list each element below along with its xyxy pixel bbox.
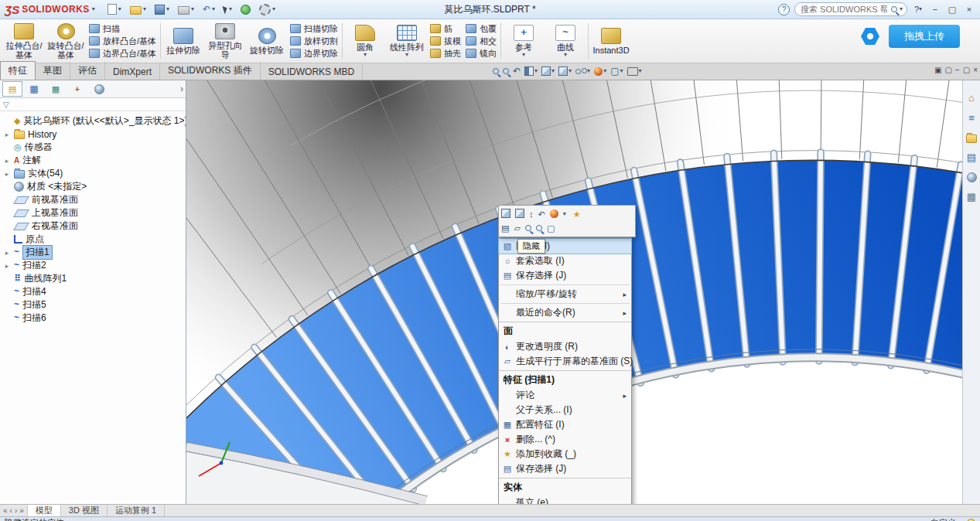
rebuild-button[interactable] (239, 4, 252, 15)
display-style-button[interactable]: ▾ (558, 66, 572, 76)
fillet-button[interactable]: 圆角 ▾ (344, 20, 386, 62)
tab-evaluate[interactable]: 评估 (70, 62, 105, 80)
shell-button[interactable]: 抽壳 (430, 48, 461, 60)
apply-scene-button[interactable]: ▢▾ (610, 66, 623, 77)
pan-view-icon[interactable]: ↕ (529, 209, 534, 219)
previous-tab-button[interactable]: ‹ (10, 506, 12, 515)
edit-sketch-icon[interactable]: ▱ (514, 223, 520, 233)
display-manager-tab[interactable] (89, 81, 109, 97)
expand-arrow-icon[interactable]: ▸ (3, 131, 11, 138)
tree-item-sweep1[interactable]: ▸ ~ 扫描1 (2, 246, 184, 259)
tree-item-front-plane[interactable]: 前视基准面 (2, 193, 184, 206)
next-tab-button[interactable]: › (15, 506, 17, 515)
tree-item-sensors[interactable]: ◎ 传感器 (2, 141, 184, 154)
display-style-icon[interactable] (501, 209, 510, 220)
view-orientation-button[interactable]: ▾ (541, 66, 555, 76)
tab-3d-views[interactable]: 3D 视图 (61, 505, 108, 516)
menu-item-comment[interactable]: 评论 ▸ (499, 388, 631, 403)
favorites-icon[interactable]: ★ (571, 209, 583, 220)
dimxpert-manager-tab[interactable]: + (67, 81, 87, 97)
print-button[interactable]: ▾ (176, 3, 196, 15)
undo-view-icon[interactable]: ↶ (538, 209, 545, 220)
minimize-button[interactable]: − (929, 4, 941, 15)
extruded-boss-button[interactable]: 拉伸凸台/基体 (3, 20, 45, 62)
tree-item-curve-pattern1[interactable]: ⠿ 曲线阵列1 (2, 272, 184, 285)
boundary-cut-button[interactable]: 边界切除 (290, 48, 338, 60)
tree-item-annotations[interactable]: ▸ A 注解 (2, 154, 184, 167)
doc-minimize-button[interactable]: − (955, 66, 960, 74)
revolved-boss-button[interactable]: 旋转凸台/基体 (45, 20, 87, 62)
graphics-area[interactable]: ↕ ↶ ▾ ★ ▤ ▱ ▢ ▧ 隐藏 (H) ○ 套索选取 (I) (186, 80, 980, 504)
menu-item-delete[interactable]: × 删除... (^) (499, 432, 631, 447)
view-orientation-icon[interactable] (515, 209, 524, 220)
lofted-cut-button[interactable]: 放样切割 (290, 36, 338, 47)
menu-item-lasso-select[interactable]: ○ 套索选取 (I) (499, 254, 631, 268)
tree-item-sweep5[interactable]: ~ 扫描5 (2, 298, 184, 312)
tree-item-history[interactable]: ▸ History (2, 128, 184, 141)
tree-item-origin[interactable]: 原点 (2, 233, 184, 246)
menu-item-parent-child[interactable]: 父子关系... (I) (499, 403, 631, 417)
caret-icon[interactable]: ▾ (92, 6, 95, 12)
edit-appearance-icon[interactable] (550, 209, 558, 220)
draft-button[interactable]: 拔模 (430, 36, 461, 47)
customize-menu[interactable]: 自定义 (930, 517, 956, 521)
mirror-button[interactable]: 镜向 (466, 48, 497, 60)
view-settings-button[interactable]: ▾ (627, 67, 642, 76)
tab-model[interactable]: 模型 (28, 505, 61, 516)
view-palette-icon[interactable]: ▤ (967, 152, 976, 163)
doc-close-button[interactable]: × (973, 66, 978, 74)
zoom-to-area-button[interactable] (503, 68, 509, 74)
doc-restore-icon[interactable]: ▣ (934, 66, 941, 74)
caret-icon[interactable]: ▾ (900, 6, 903, 12)
linear-pattern-button[interactable]: 线性阵列 ▾ (386, 20, 428, 62)
options-button[interactable]: ▾ (258, 3, 277, 16)
normal-to-icon[interactable]: ▤ (501, 223, 509, 233)
boundary-boss-button[interactable]: 边界凸台/基体 (89, 48, 156, 60)
curves-button[interactable]: ~ 曲线 ▾ (545, 20, 586, 62)
box-selection-icon[interactable]: ▢ (547, 223, 555, 233)
tab-mbd[interactable]: SOLIDWORKS MBD (261, 64, 363, 80)
maximize-button[interactable]: ▢ (946, 4, 958, 15)
select-button[interactable]: ▾ (222, 5, 234, 15)
file-explorer-icon[interactable] (966, 135, 977, 143)
help-search-input[interactable] (799, 4, 889, 15)
menu-item-zoom-pan-rotate[interactable]: 缩放/平移/旋转 ▸ (499, 287, 631, 301)
new-document-button[interactable]: ▾ (106, 3, 123, 15)
reference-geometry-button[interactable]: + 参考 ▾ (503, 20, 545, 62)
previous-view-button[interactable]: ↶ (513, 66, 521, 77)
tree-item-solid-bodies[interactable]: ▸ 实体(54) (2, 167, 184, 180)
revolved-cut-button[interactable]: 旋转切除 (246, 20, 288, 62)
tab-addins[interactable]: SOLIDWORKS 插件 (160, 62, 261, 80)
undo-button[interactable]: ↶▾ (201, 4, 217, 15)
help-search-box[interactable]: ▾ (794, 2, 907, 16)
tree-filter-row[interactable]: ▽ (0, 98, 186, 111)
tree-item-top-plane[interactable]: 上视基准面 (2, 206, 184, 220)
expand-arrow-icon[interactable]: ▸ (3, 262, 11, 270)
doc-cascade-icon[interactable]: ▢ (944, 66, 951, 74)
menu-item-add-to-favorites[interactable]: ★ 添加到收藏 (_) (499, 447, 631, 461)
tree-root-part[interactable]: ◆ 莫比乌斯环 (默认<<默认>_显示状态 1>) (2, 114, 184, 128)
home-icon[interactable]: ⌂ (968, 93, 975, 104)
drag-upload-button[interactable]: 拖拽上传 (889, 25, 960, 48)
feature-manager-tab[interactable]: ▤ (2, 81, 22, 97)
tree-item-sweep2[interactable]: ▸ ~ 扫描2 (2, 259, 184, 272)
wrap-button[interactable]: 包覆 (466, 23, 497, 35)
menu-item-save-selection[interactable]: ▤ 保存选择 (J) (499, 268, 631, 283)
tab-dimxpert[interactable]: DimXpert (105, 64, 160, 80)
menu-item-isolate[interactable]: 孤立 (e) (499, 495, 631, 504)
tree-item-right-plane[interactable]: 右视基准面 (2, 220, 184, 233)
swept-cut-button[interactable]: 扫描切除 (290, 23, 338, 35)
last-tab-button[interactable]: » (19, 506, 24, 515)
hole-wizard-button[interactable]: 异型孔向导 (204, 20, 246, 62)
tree-item-sweep4[interactable]: ~ 扫描4 (2, 285, 184, 298)
zoom-to-fit-button[interactable] (493, 68, 499, 74)
lofted-boss-button[interactable]: 放样凸台/基体 (89, 36, 156, 47)
solidworks-logo[interactable]: ƷS SOLIDWORKS ▾ (5, 4, 95, 15)
caret-icon[interactable]: ▾ (563, 211, 566, 217)
design-library-icon[interactable]: ≡ (968, 113, 975, 124)
rib-button[interactable]: 筋 (430, 23, 461, 35)
extruded-cut-button[interactable]: 拉伸切除 (162, 20, 204, 62)
cloud-service-logo-icon[interactable] (861, 27, 879, 46)
menu-item-save-selection-2[interactable]: ▤ 保存选择 (J) (499, 461, 631, 476)
open-button[interactable]: ▾ (128, 3, 148, 15)
